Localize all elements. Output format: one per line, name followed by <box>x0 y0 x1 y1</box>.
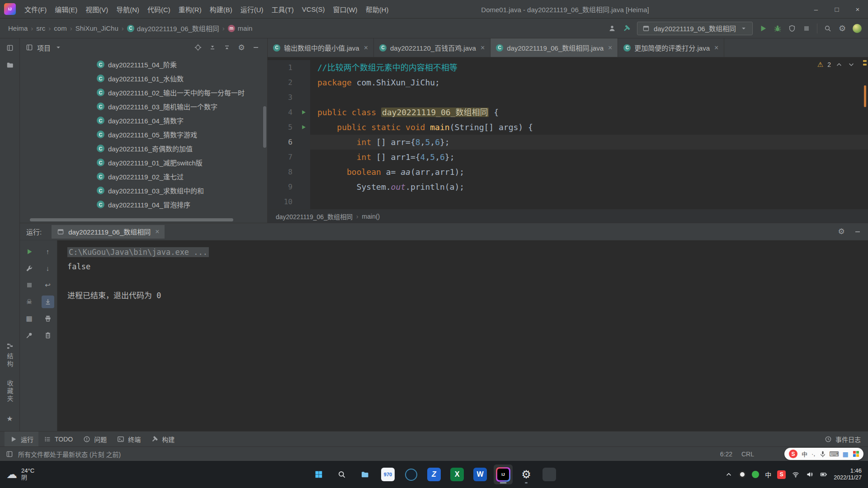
code-line[interactable]: 5 public static void main(String[] args)… <box>268 120 868 135</box>
taskbar-weather-widget[interactable]: ☁ 24°C 阴 <box>6 468 34 481</box>
toolwindow-switcher-icon[interactable] <box>5 450 14 458</box>
search-icon[interactable] <box>824 24 832 33</box>
menu-item-4[interactable]: 代码(C) <box>143 0 175 18</box>
editor-tab[interactable]: C 输出数组中的最小值.java × <box>268 38 374 57</box>
build-hammer-icon[interactable] <box>623 24 631 33</box>
code-line[interactable]: 6 int [] arr={8,5,6}; <box>268 135 868 150</box>
code-line[interactable]: 8 boolean a= aa(arr,arr1); <box>268 164 868 179</box>
structure-toolwindow-button[interactable]: 结构 <box>5 342 14 368</box>
battery-icon[interactable] <box>820 470 828 479</box>
up-stack-button[interactable]: ↑ <box>42 245 54 258</box>
project-tree-item[interactable]: C day20221116_04_猜数字 <box>20 113 267 127</box>
project-tree-item[interactable]: C day20221116_01_水仙数 <box>20 71 267 85</box>
code-line[interactable]: 2 package com.ShiXun_JiChu; <box>268 75 868 90</box>
console-output[interactable]: C:\KuGou\Java\bin\java.exe ...false 进程已结… <box>57 240 868 431</box>
error-stripe[interactable] <box>862 57 868 209</box>
project-tree-item[interactable]: C day20221119_03_求数组中的和 <box>20 183 267 197</box>
run-button[interactable] <box>759 24 767 33</box>
taskbar-app-cad[interactable]: Z <box>425 465 443 484</box>
project-tree-item[interactable]: C day20221115_04_阶乘 <box>20 57 267 71</box>
star-icon[interactable]: ★ <box>6 415 14 423</box>
project-tree-item[interactable]: C day20221116_奇偶数的加值 <box>20 141 267 155</box>
taskbar-app-settings[interactable]: ⚙ <box>517 465 536 484</box>
sogou-logo-icon[interactable]: S <box>789 450 797 458</box>
editor-tab[interactable]: C day20221120_百钱百鸡.java × <box>374 38 491 57</box>
next-problem-button[interactable] <box>847 61 855 69</box>
expand-all-button[interactable] <box>208 43 217 52</box>
breadcrumb-item[interactable]: ShiXun_JiChu <box>75 24 118 32</box>
run-line-button[interactable] <box>297 105 310 120</box>
menu-item-8[interactable]: 工具(T) <box>267 0 297 18</box>
breadcrumb-item[interactable]: mmain <box>228 24 253 32</box>
panel-settings-icon[interactable]: ⚙ <box>237 43 245 52</box>
code-line[interactable]: 7 int [] arr1={4,5,6}; <box>268 150 868 164</box>
project-tree-item[interactable]: C day20221116_02_输出一天中的每一分每一时 <box>20 85 267 99</box>
taskbar-app-intellij[interactable]: IJ <box>494 465 513 484</box>
ime-punctuation[interactable]: ·, <box>811 450 815 457</box>
menu-item-2[interactable]: 视图(V) <box>81 0 112 18</box>
taskbar-app-word[interactable]: W <box>471 465 490 484</box>
plugin-sphere-icon[interactable] <box>853 24 862 33</box>
tray-chevron-up-icon[interactable] <box>725 470 733 479</box>
run-configuration-select[interactable]: day20221119_06_数组相同 <box>637 22 753 35</box>
sogou-ime-bar[interactable]: S 中 ·, ⌨ ▦ <box>784 448 863 460</box>
soft-wrap-button[interactable]: ↩ <box>42 279 54 291</box>
tab-close-icon[interactable]: × <box>155 228 159 236</box>
menu-item-3[interactable]: 导航(N) <box>112 0 143 18</box>
print-button[interactable] <box>42 312 54 325</box>
taskbar-app-pdf970[interactable]: 970 <box>378 465 397 484</box>
down-stack-button[interactable]: ↓ <box>42 262 54 275</box>
menu-item-6[interactable]: 构建(B) <box>206 0 236 18</box>
project-tree-item[interactable]: C day20221116_05_猜数字游戏 <box>20 127 267 141</box>
breadcrumb-item[interactable]: com <box>54 24 66 32</box>
pin-button[interactable] <box>23 329 36 342</box>
project-toolwindow-button[interactable] <box>6 44 14 52</box>
chevron-down-icon[interactable] <box>54 43 62 52</box>
menu-item-1[interactable]: 编辑(E) <box>51 0 81 18</box>
breadcrumb-item[interactable]: src <box>36 24 45 32</box>
taskbar-app-browser[interactable] <box>401 465 420 484</box>
taskbar-app-start[interactable] <box>309 465 328 484</box>
favorites-toolwindow-button[interactable]: 收藏夹 <box>5 380 14 403</box>
mic-icon[interactable] <box>819 450 826 458</box>
tab-close-icon[interactable]: × <box>608 44 612 52</box>
keyboard-icon[interactable]: ⌨ <box>830 450 838 458</box>
code-line[interactable]: 10 <box>268 194 868 209</box>
clear-all-button[interactable] <box>42 329 54 342</box>
run-settings-button[interactable] <box>23 262 36 275</box>
tab-close-icon[interactable]: × <box>714 44 718 52</box>
toolwindow-button-terminal[interactable]: 终端 <box>112 432 146 446</box>
restore-layout-button[interactable]: ▦ <box>23 312 36 325</box>
taskbar-clock[interactable]: 1:46 2022/11/27 <box>834 467 862 482</box>
menu-item-7[interactable]: 运行(U) <box>236 0 268 18</box>
tray-ime-language[interactable]: 中 <box>765 470 771 479</box>
toolwindow-button-hammer[interactable]: 构建 <box>146 432 179 446</box>
code-line[interactable]: 9 System.out.println(a); <box>268 179 868 194</box>
taskbar-app-explorer[interactable] <box>355 465 374 484</box>
line-ending[interactable]: CRL <box>741 450 754 458</box>
code-line[interactable]: 4 public class day20221119_06_数组相同 { <box>268 105 868 120</box>
toolwindow-button-play[interactable]: 运行 <box>5 432 38 446</box>
run-line-button[interactable] <box>297 120 310 135</box>
scroll-to-end-button[interactable] <box>42 296 54 308</box>
editor-breadcrumb-item[interactable]: main() <box>362 213 380 220</box>
taskbar-app-excel[interactable]: X <box>448 465 467 484</box>
menu-item-11[interactable]: 帮助(H) <box>362 0 393 18</box>
stop-button[interactable] <box>23 279 36 291</box>
project-tree-item[interactable]: C day20221119_02_逢七过 <box>20 169 267 183</box>
ime-language[interactable]: 中 <box>802 450 807 458</box>
toolwindow-button-todo[interactable]: TODO <box>38 432 78 446</box>
debug-button[interactable] <box>774 24 782 33</box>
coverage-button[interactable] <box>788 24 796 33</box>
volume-icon[interactable] <box>806 470 814 479</box>
project-tree-item[interactable]: C day20221116_03_随机输出一个数字 <box>20 99 267 113</box>
hide-panel-button[interactable] <box>252 43 260 52</box>
breadcrumb-item[interactable]: Cday20221119_06_数组相同 <box>127 23 219 33</box>
dump-threads-button[interactable]: ☠ <box>23 296 36 308</box>
code-editor[interactable]: 1 //比较两个数组元素中的内容相不相等 2 package com.ShiXu… <box>268 57 868 209</box>
project-tree-item[interactable]: C day20221119_01_减肥switch版 <box>20 155 267 169</box>
breadcrumb-item[interactable]: Heima <box>8 24 28 32</box>
menu-item-9[interactable]: VCS(S) <box>298 0 329 18</box>
close-button[interactable]: × <box>847 0 868 18</box>
stop-button[interactable] <box>802 24 811 33</box>
